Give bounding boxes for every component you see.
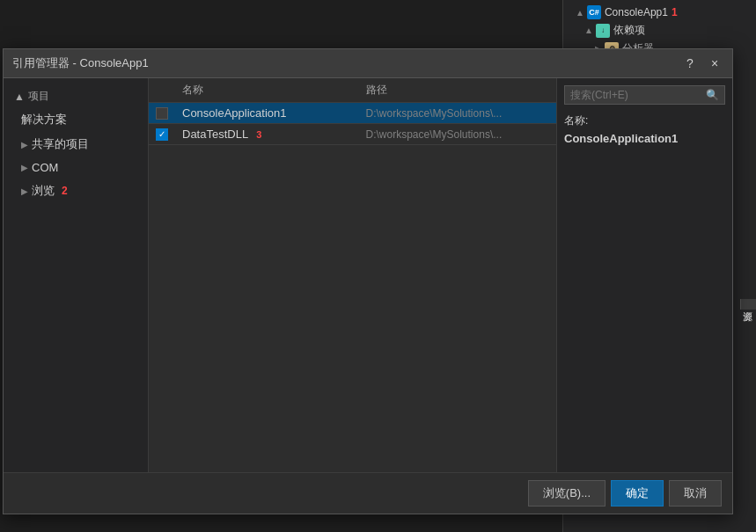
- content-area: 名称 路径 ConsoleApplication1 D:\workspace\M…: [149, 78, 732, 472]
- dialog-body: ▲ 项目 解决方案 ▶ 共享的项目 ▶ COM ▶ 浏览 2: [4, 78, 732, 472]
- right-panel-value: ConsoleApplication1: [564, 132, 725, 145]
- badge-3: 3: [256, 129, 261, 140]
- reference-manager-dialog: 引用管理器 - ConsoleApp1 ? × ▲ 项目 解决方案 ▶ 共享的项…: [3, 48, 733, 514]
- browse-arrow: ▶: [21, 186, 28, 196]
- sidebar-item-solution[interactable]: 解决方案: [4, 107, 148, 132]
- search-icon: 🔍: [706, 89, 719, 101]
- ok-btn[interactable]: 确定: [611, 480, 664, 506]
- browse-label: 浏览: [32, 183, 55, 199]
- checkbox-row1[interactable]: [156, 107, 168, 120]
- sidebar-item-browse[interactable]: ▶ 浏览 2: [4, 179, 148, 203]
- browse-btn[interactable]: 浏览(B)...: [528, 480, 606, 506]
- com-arrow: ▶: [21, 163, 28, 172]
- col-check-header: [156, 83, 182, 98]
- col-name-header: 名称: [182, 83, 366, 98]
- right-panel: 🔍 名称: ConsoleApplication1: [556, 78, 732, 472]
- section-label: 项目: [28, 89, 49, 104]
- col-path-header: 路径: [366, 83, 550, 98]
- shared-arrow: ▶: [21, 140, 28, 149]
- section-arrow: ▲: [14, 91, 25, 103]
- resource-tab[interactable]: 资源: [740, 299, 756, 310]
- app-icon: C#: [587, 5, 601, 19]
- close-button[interactable]: ×: [706, 55, 723, 72]
- sidebar-item-shared[interactable]: ▶ 共享的项目: [4, 132, 148, 157]
- table-header: 名称 路径: [149, 78, 556, 103]
- cell-path-row2: D:\workspace\MySolutions\...: [366, 128, 550, 141]
- com-label: COM: [32, 161, 58, 174]
- dialog-title: 引用管理器 - ConsoleApp1: [12, 55, 149, 71]
- table-row[interactable]: DataTestDLL 3 D:\workspace\MySolutions\.…: [149, 124, 556, 145]
- sidebar-item-com[interactable]: ▶ COM: [4, 157, 148, 179]
- browse-badge: 2: [62, 185, 68, 197]
- dialog-footer: 浏览(B)... 确定 取消: [4, 472, 732, 514]
- search-box[interactable]: 🔍: [564, 85, 725, 105]
- table-area: 名称 路径 ConsoleApplication1 D:\workspace\M…: [149, 78, 556, 472]
- search-input[interactable]: [570, 89, 706, 101]
- app-name: ConsoleApp1: [605, 6, 668, 18]
- node-deps: 依赖项: [613, 23, 645, 38]
- left-sidebar: ▲ 项目 解决方案 ▶ 共享的项目 ▶ COM ▶ 浏览 2: [4, 78, 149, 472]
- right-panel-label: 名称:: [564, 113, 725, 128]
- badge-1: 1: [672, 6, 678, 18]
- checkbox-row2[interactable]: [156, 128, 168, 141]
- dialog-titlebar: 引用管理器 - ConsoleApp1 ? ×: [4, 49, 732, 78]
- dep-icon: ↓: [596, 24, 610, 38]
- sidebar-section-header: ▲ 项目: [4, 85, 148, 107]
- cancel-btn[interactable]: 取消: [669, 480, 722, 506]
- cell-path-row1: D:\workspace\MySolutions\...: [366, 107, 550, 120]
- table-row[interactable]: ConsoleApplication1 D:\workspace\MySolut…: [149, 103, 556, 124]
- cell-name-row1: ConsoleApplication1: [182, 106, 366, 120]
- cell-name-row2: DataTestDLL 3: [182, 128, 366, 141]
- solution-label: 解决方案: [21, 112, 67, 128]
- shared-label: 共享的项目: [32, 136, 89, 152]
- help-button[interactable]: ?: [681, 55, 699, 72]
